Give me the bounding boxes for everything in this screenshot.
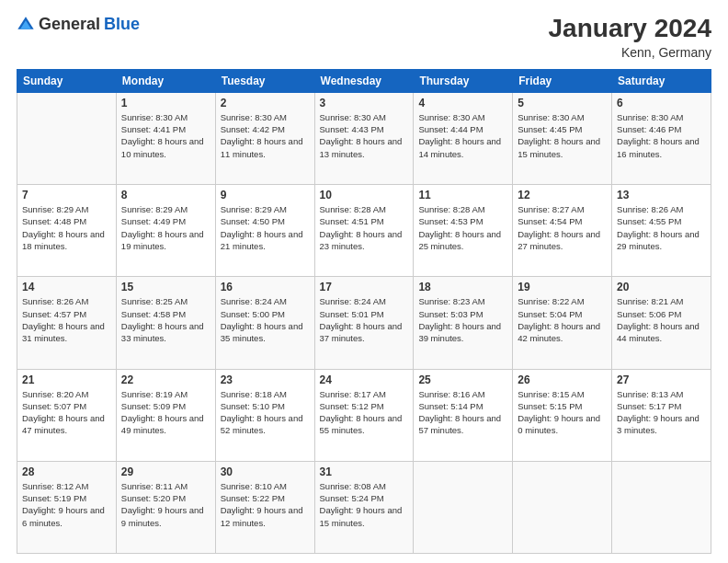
day-info: Sunrise: 8:29 AM Sunset: 4:49 PM Dayligh… bbox=[121, 203, 210, 252]
table-row: 15Sunrise: 8:25 AM Sunset: 4:58 PM Dayli… bbox=[116, 277, 215, 369]
table-row: 28Sunrise: 8:12 AM Sunset: 5:19 PM Dayli… bbox=[17, 461, 117, 553]
table-row: 30Sunrise: 8:10 AM Sunset: 5:22 PM Dayli… bbox=[215, 461, 314, 553]
table-row: 27Sunrise: 8:13 AM Sunset: 5:17 PM Dayli… bbox=[612, 369, 711, 461]
table-row: 16Sunrise: 8:24 AM Sunset: 5:00 PM Dayli… bbox=[215, 277, 314, 369]
table-row: 7Sunrise: 8:29 AM Sunset: 4:48 PM Daylig… bbox=[17, 185, 117, 277]
day-info: Sunrise: 8:26 AM Sunset: 4:57 PM Dayligh… bbox=[22, 295, 111, 344]
table-row: 13Sunrise: 8:26 AM Sunset: 4:55 PM Dayli… bbox=[612, 185, 711, 277]
day-number: 28 bbox=[22, 465, 111, 478]
day-number: 29 bbox=[121, 465, 210, 478]
table-row: 8Sunrise: 8:29 AM Sunset: 4:49 PM Daylig… bbox=[116, 185, 215, 277]
logo-container: GeneralBlue bbox=[17, 15, 140, 34]
table-row: 2Sunrise: 8:30 AM Sunset: 4:42 PM Daylig… bbox=[215, 92, 314, 184]
day-number: 23 bbox=[221, 373, 310, 386]
day-number: 6 bbox=[617, 97, 706, 109]
day-info: Sunrise: 8:28 AM Sunset: 4:51 PM Dayligh… bbox=[320, 203, 409, 252]
day-info: Sunrise: 8:27 AM Sunset: 4:54 PM Dayligh… bbox=[518, 203, 607, 252]
day-info: Sunrise: 8:24 AM Sunset: 5:00 PM Dayligh… bbox=[221, 295, 310, 344]
day-number: 9 bbox=[221, 189, 310, 201]
day-number: 2 bbox=[221, 97, 310, 109]
table-row: 31Sunrise: 8:08 AM Sunset: 5:24 PM Dayli… bbox=[314, 461, 414, 553]
day-info: Sunrise: 8:19 AM Sunset: 5:09 PM Dayligh… bbox=[121, 388, 210, 437]
col-monday: Monday bbox=[116, 69, 215, 92]
logo-text-blue: Blue bbox=[104, 15, 140, 34]
col-wednesday: Wednesday bbox=[314, 69, 414, 92]
table-row bbox=[612, 461, 711, 553]
day-info: Sunrise: 8:16 AM Sunset: 5:14 PM Dayligh… bbox=[418, 388, 507, 437]
header: GeneralBlue January 2024 Kenn, Germany bbox=[17, 15, 711, 60]
table-row bbox=[513, 461, 612, 553]
day-info: Sunrise: 8:15 AM Sunset: 5:15 PM Dayligh… bbox=[518, 388, 607, 437]
day-info: Sunrise: 8:25 AM Sunset: 4:58 PM Dayligh… bbox=[121, 295, 210, 344]
day-number: 18 bbox=[418, 281, 507, 293]
logo-text-general: General bbox=[39, 15, 100, 34]
day-number: 27 bbox=[617, 373, 706, 386]
table-row bbox=[414, 461, 513, 553]
table-row: 20Sunrise: 8:21 AM Sunset: 5:06 PM Dayli… bbox=[612, 277, 711, 369]
table-row: 14Sunrise: 8:26 AM Sunset: 4:57 PM Dayli… bbox=[17, 277, 117, 369]
day-info: Sunrise: 8:17 AM Sunset: 5:12 PM Dayligh… bbox=[320, 388, 409, 437]
table-row: 19Sunrise: 8:22 AM Sunset: 5:04 PM Dayli… bbox=[513, 277, 612, 369]
day-info: Sunrise: 8:30 AM Sunset: 4:41 PM Dayligh… bbox=[121, 111, 210, 160]
calendar-page: GeneralBlue January 2024 Kenn, Germany S… bbox=[0, 0, 728, 563]
day-info: Sunrise: 8:28 AM Sunset: 4:53 PM Dayligh… bbox=[418, 203, 507, 252]
day-info: Sunrise: 8:29 AM Sunset: 4:50 PM Dayligh… bbox=[221, 203, 310, 252]
day-number: 5 bbox=[518, 97, 607, 109]
day-info: Sunrise: 8:18 AM Sunset: 5:10 PM Dayligh… bbox=[221, 388, 310, 437]
day-number: 19 bbox=[518, 281, 607, 293]
day-number: 17 bbox=[320, 281, 409, 293]
day-info: Sunrise: 8:21 AM Sunset: 5:06 PM Dayligh… bbox=[617, 295, 706, 344]
table-row: 10Sunrise: 8:28 AM Sunset: 4:51 PM Dayli… bbox=[314, 185, 414, 277]
calendar-week-row: 21Sunrise: 8:20 AM Sunset: 5:07 PM Dayli… bbox=[17, 369, 711, 461]
table-row bbox=[17, 92, 117, 184]
day-number: 20 bbox=[617, 281, 706, 293]
day-number: 7 bbox=[22, 189, 111, 201]
table-row: 25Sunrise: 8:16 AM Sunset: 5:14 PM Dayli… bbox=[414, 369, 513, 461]
col-saturday: Saturday bbox=[612, 69, 711, 92]
table-row: 24Sunrise: 8:17 AM Sunset: 5:12 PM Dayli… bbox=[314, 369, 414, 461]
day-number: 31 bbox=[320, 465, 409, 478]
table-row: 29Sunrise: 8:11 AM Sunset: 5:20 PM Dayli… bbox=[116, 461, 215, 553]
calendar-week-row: 7Sunrise: 8:29 AM Sunset: 4:48 PM Daylig… bbox=[17, 185, 711, 277]
col-thursday: Thursday bbox=[414, 69, 513, 92]
calendar-week-row: 1Sunrise: 8:30 AM Sunset: 4:41 PM Daylig… bbox=[17, 92, 711, 184]
day-number: 3 bbox=[320, 97, 409, 109]
col-sunday: Sunday bbox=[17, 69, 117, 92]
calendar-week-row: 28Sunrise: 8:12 AM Sunset: 5:19 PM Dayli… bbox=[17, 461, 711, 553]
day-number: 12 bbox=[518, 189, 607, 201]
table-row: 23Sunrise: 8:18 AM Sunset: 5:10 PM Dayli… bbox=[215, 369, 314, 461]
table-row: 18Sunrise: 8:23 AM Sunset: 5:03 PM Dayli… bbox=[414, 277, 513, 369]
day-number: 16 bbox=[221, 281, 310, 293]
table-row: 26Sunrise: 8:15 AM Sunset: 5:15 PM Dayli… bbox=[513, 369, 612, 461]
day-info: Sunrise: 8:30 AM Sunset: 4:44 PM Dayligh… bbox=[418, 111, 507, 160]
table-row: 5Sunrise: 8:30 AM Sunset: 4:45 PM Daylig… bbox=[513, 92, 612, 184]
table-row: 17Sunrise: 8:24 AM Sunset: 5:01 PM Dayli… bbox=[314, 277, 414, 369]
table-row: 22Sunrise: 8:19 AM Sunset: 5:09 PM Dayli… bbox=[116, 369, 215, 461]
day-info: Sunrise: 8:23 AM Sunset: 5:03 PM Dayligh… bbox=[418, 295, 507, 344]
day-info: Sunrise: 8:22 AM Sunset: 5:04 PM Dayligh… bbox=[518, 295, 607, 344]
day-info: Sunrise: 8:24 AM Sunset: 5:01 PM Dayligh… bbox=[320, 295, 409, 344]
day-info: Sunrise: 8:13 AM Sunset: 5:17 PM Dayligh… bbox=[617, 388, 706, 437]
table-row: 1Sunrise: 8:30 AM Sunset: 4:41 PM Daylig… bbox=[116, 92, 215, 184]
logo: GeneralBlue bbox=[17, 15, 140, 34]
logo-icon bbox=[17, 16, 35, 34]
table-row: 12Sunrise: 8:27 AM Sunset: 4:54 PM Dayli… bbox=[513, 185, 612, 277]
table-row: 21Sunrise: 8:20 AM Sunset: 5:07 PM Dayli… bbox=[17, 369, 117, 461]
day-number: 10 bbox=[320, 189, 409, 201]
col-friday: Friday bbox=[513, 69, 612, 92]
day-info: Sunrise: 8:10 AM Sunset: 5:22 PM Dayligh… bbox=[221, 480, 310, 529]
day-info: Sunrise: 8:30 AM Sunset: 4:46 PM Dayligh… bbox=[617, 111, 706, 160]
month-title: January 2024 bbox=[549, 15, 711, 43]
day-number: 4 bbox=[418, 97, 507, 109]
day-number: 26 bbox=[518, 373, 607, 386]
day-info: Sunrise: 8:11 AM Sunset: 5:20 PM Dayligh… bbox=[121, 480, 210, 529]
day-info: Sunrise: 8:20 AM Sunset: 5:07 PM Dayligh… bbox=[22, 388, 111, 437]
day-info: Sunrise: 8:08 AM Sunset: 5:24 PM Dayligh… bbox=[320, 480, 409, 529]
col-tuesday: Tuesday bbox=[215, 69, 314, 92]
table-row: 6Sunrise: 8:30 AM Sunset: 4:46 PM Daylig… bbox=[612, 92, 711, 184]
table-row: 3Sunrise: 8:30 AM Sunset: 4:43 PM Daylig… bbox=[314, 92, 414, 184]
day-number: 11 bbox=[418, 189, 507, 201]
title-area: January 2024 Kenn, Germany bbox=[549, 15, 711, 60]
day-info: Sunrise: 8:30 AM Sunset: 4:42 PM Dayligh… bbox=[221, 111, 310, 160]
day-info: Sunrise: 8:30 AM Sunset: 4:43 PM Dayligh… bbox=[320, 111, 409, 160]
